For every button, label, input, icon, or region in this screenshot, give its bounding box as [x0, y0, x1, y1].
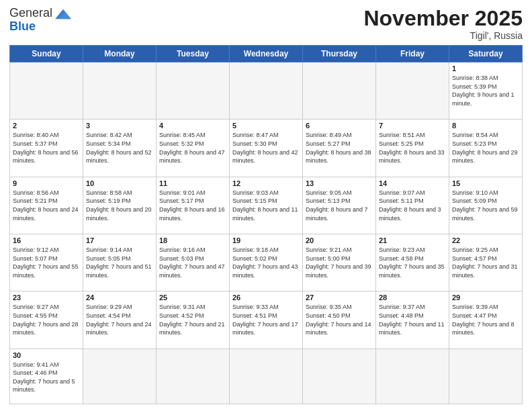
location: Tigil', Russia [363, 30, 523, 41]
empty-cell [157, 349, 230, 404]
day-1: 1 Sunrise: 8:38 AM Sunset: 5:39 PM Dayli… [449, 62, 523, 120]
week-row-5: 23 Sunrise: 9:27 AM Sunset: 4:55 PM Dayl… [10, 291, 523, 349]
header-friday: Friday [376, 46, 449, 62]
header: General Blue November 2025 Tigil', Russi… [9, 7, 523, 41]
header-wednesday: Wednesday [230, 46, 303, 62]
day-15: 15 Sunrise: 9:10 AM Sunset: 5:09 PM Dayl… [449, 177, 523, 234]
empty-cell [230, 349, 303, 404]
day-3: 3 Sunrise: 8:42 AM Sunset: 5:34 PM Dayli… [83, 120, 157, 177]
empty-cell [10, 62, 83, 120]
empty-cell [303, 349, 376, 404]
day-21: 21 Sunrise: 9:23 AM Sunset: 4:58 PM Dayl… [376, 234, 449, 291]
day-7: 7 Sunrise: 8:51 AM Sunset: 5:25 PM Dayli… [376, 120, 449, 177]
day-25: 25 Sunrise: 9:31 AM Sunset: 4:52 PM Dayl… [157, 291, 230, 349]
empty-cell [376, 62, 449, 120]
day-28: 28 Sunrise: 9:37 AM Sunset: 4:48 PM Dayl… [376, 291, 449, 349]
logo-text: General Blue [9, 7, 73, 32]
day-27: 27 Sunrise: 9:35 AM Sunset: 4:50 PM Dayl… [303, 291, 376, 349]
week-row-6: 30 Sunrise: 9:41 AM Sunset: 4:46 PM Dayl… [10, 349, 523, 404]
day-20: 20 Sunrise: 9:21 AM Sunset: 5:00 PM Dayl… [303, 234, 376, 291]
day-24: 24 Sunrise: 9:29 AM Sunset: 4:54 PM Dayl… [83, 291, 157, 349]
header-thursday: Thursday [303, 46, 376, 62]
week-row-4: 16 Sunrise: 9:12 AM Sunset: 5:07 PM Dayl… [10, 234, 523, 291]
empty-cell [376, 349, 449, 404]
empty-cell [230, 62, 303, 120]
general-blue-icon [54, 7, 73, 21]
empty-cell [83, 62, 157, 120]
day-6: 6 Sunrise: 8:49 AM Sunset: 5:27 PM Dayli… [303, 120, 376, 177]
day-2: 2 Sunrise: 8:40 AM Sunset: 5:37 PM Dayli… [10, 120, 83, 177]
weekday-header-row: Sunday Monday Tuesday Wednesday Thursday… [10, 46, 523, 62]
week-row-3: 9 Sunrise: 8:56 AM Sunset: 5:21 PM Dayli… [10, 177, 523, 234]
header-monday: Monday [83, 46, 157, 62]
day-13: 13 Sunrise: 9:05 AM Sunset: 5:13 PM Dayl… [303, 177, 376, 234]
day-22: 22 Sunrise: 9:25 AM Sunset: 4:57 PM Dayl… [449, 234, 523, 291]
day-4: 4 Sunrise: 8:45 AM Sunset: 5:32 PM Dayli… [157, 120, 230, 177]
empty-cell [449, 349, 523, 404]
day-17: 17 Sunrise: 9:14 AM Sunset: 5:05 PM Dayl… [83, 234, 157, 291]
day-11: 11 Sunrise: 9:01 AM Sunset: 5:17 PM Dayl… [157, 177, 230, 234]
day-5: 5 Sunrise: 8:47 AM Sunset: 5:30 PM Dayli… [230, 120, 303, 177]
month-title: November 2025 [363, 7, 523, 30]
day-8: 8 Sunrise: 8:54 AM Sunset: 5:23 PM Dayli… [449, 120, 523, 177]
title-block: November 2025 Tigil', Russia [363, 7, 523, 41]
empty-cell [83, 349, 157, 404]
day-29: 29 Sunrise: 9:39 AM Sunset: 4:47 PM Dayl… [449, 291, 523, 349]
day-16: 16 Sunrise: 9:12 AM Sunset: 5:07 PM Dayl… [10, 234, 83, 291]
header-saturday: Saturday [449, 46, 523, 62]
empty-cell [303, 62, 376, 120]
day-18: 18 Sunrise: 9:16 AM Sunset: 5:03 PM Dayl… [157, 234, 230, 291]
day-26: 26 Sunrise: 9:33 AM Sunset: 4:51 PM Dayl… [230, 291, 303, 349]
header-sunday: Sunday [10, 46, 83, 62]
page: General Blue November 2025 Tigil', Russi… [0, 0, 532, 411]
day-12: 12 Sunrise: 9:03 AM Sunset: 5:15 PM Dayl… [230, 177, 303, 234]
day-9: 9 Sunrise: 8:56 AM Sunset: 5:21 PM Dayli… [10, 177, 83, 234]
day-10: 10 Sunrise: 8:58 AM Sunset: 5:19 PM Dayl… [83, 177, 157, 234]
day-30: 30 Sunrise: 9:41 AM Sunset: 4:46 PM Dayl… [10, 349, 83, 404]
header-tuesday: Tuesday [157, 46, 230, 62]
calendar-table: Sunday Monday Tuesday Wednesday Thursday… [9, 45, 523, 404]
day-14: 14 Sunrise: 9:07 AM Sunset: 5:11 PM Dayl… [376, 177, 449, 234]
empty-cell [157, 62, 230, 120]
logo: General Blue [9, 7, 73, 32]
day-23: 23 Sunrise: 9:27 AM Sunset: 4:55 PM Dayl… [10, 291, 83, 349]
day-19: 19 Sunrise: 9:18 AM Sunset: 5:02 PM Dayl… [230, 234, 303, 291]
week-row-2: 2 Sunrise: 8:40 AM Sunset: 5:37 PM Dayli… [10, 120, 523, 177]
week-row-1: 1 Sunrise: 8:38 AM Sunset: 5:39 PM Dayli… [10, 62, 523, 120]
